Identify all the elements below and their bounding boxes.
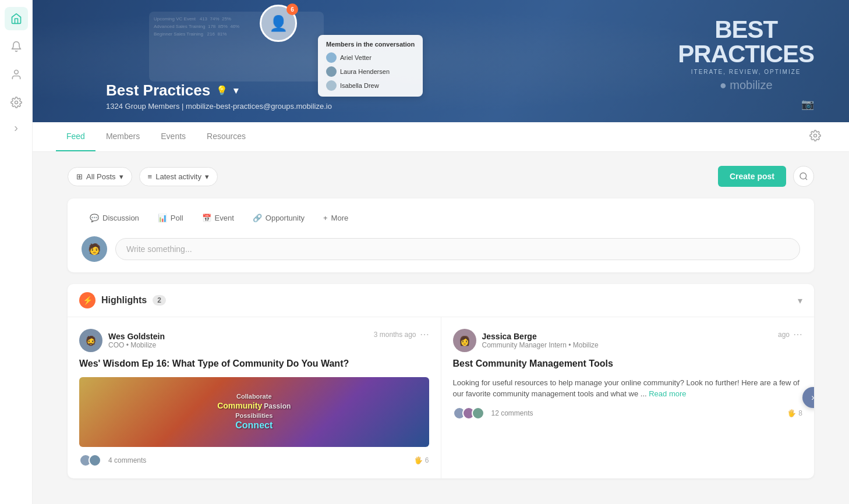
latest-activity-label: Latest activity — [155, 172, 201, 181]
nav-tabs-left: Feed Members Events Resources — [56, 122, 256, 151]
chevron-down-icon: ▾ — [205, 172, 209, 181]
card-1-menu[interactable]: ⋯ — [420, 329, 429, 340]
svg-point-3 — [800, 173, 806, 179]
tab-feed[interactable]: Feed — [56, 122, 95, 151]
highlight-card-1: 🧔 Wes Goldstein COO • Mobilize 3 months … — [68, 317, 441, 478]
svg-point-1 — [15, 101, 17, 104]
lightbulb-icon: 💡 — [216, 85, 228, 96]
post-type-discussion[interactable]: 💬 Discussion — [82, 209, 147, 227]
post-type-opportunity[interactable]: 🔗 Opportunity — [245, 209, 313, 227]
card-2-body-text: Looking for useful resources to help man… — [453, 378, 800, 399]
search-button[interactable] — [793, 166, 814, 187]
card-2-footer: 12 comments 🖐 8 — [453, 407, 803, 420]
card-1-comments: 4 comments — [108, 456, 146, 464]
card-1-footer: 4 comments 🖐 6 — [79, 454, 429, 467]
sidebar-item-people[interactable] — [5, 63, 28, 86]
discussion-label: Discussion — [102, 214, 139, 222]
card-2-likes: 🖐 8 — [787, 409, 802, 417]
tab-resources[interactable]: Resources — [196, 122, 256, 151]
sidebar: › — [0, 0, 33, 504]
card-2-user-info: Jessica Berge Community Manager Intern •… — [482, 332, 599, 349]
card-2-mini-avatars — [453, 407, 484, 420]
card-1-author: Wes Goldstein — [108, 332, 165, 341]
discussion-icon: 💬 — [90, 214, 99, 222]
opportunity-icon: 🔗 — [253, 214, 262, 222]
filter-right: Create post — [718, 166, 814, 187]
filter-bar: ⊞ All Posts ▾ ≡ Latest activity ▾ Create… — [68, 166, 814, 187]
filter-left: ⊞ All Posts ▾ ≡ Latest activity ▾ — [68, 167, 218, 186]
sidebar-item-settings[interactable] — [5, 91, 28, 114]
card-2-body: Looking for useful resources to help man… — [453, 377, 803, 400]
card-2-avatar: 👩 — [453, 329, 476, 352]
list-icon: ≡ — [148, 172, 153, 181]
svg-point-0 — [14, 70, 18, 74]
highlight-cards-row: 🧔 Wes Goldstein COO • Mobilize 3 months … — [68, 317, 814, 478]
card-1-header: 🧔 Wes Goldstein COO • Mobilize 3 months … — [79, 329, 429, 352]
sidebar-item-notifications[interactable] — [5, 35, 28, 58]
banner-subtitle: 1324 Group Members | mobilize-best-pract… — [106, 102, 826, 111]
all-posts-label: All Posts — [86, 172, 116, 181]
post-input[interactable]: Write something... — [115, 238, 800, 260]
all-posts-filter[interactable]: ⊞ All Posts ▾ — [68, 167, 132, 186]
card-1-role: COO • Mobilize — [108, 341, 165, 349]
card-2-title: Best Community Management Tools — [453, 358, 803, 370]
card-2-header: 👩 Jessica Berge Community Manager Intern… — [453, 329, 803, 352]
card-1-meta: 3 months ago ⋯ — [374, 329, 429, 340]
highlights-left: ⚡ Highlights 2 — [79, 292, 166, 308]
avatar-icon: 🧑 — [88, 243, 101, 255]
composer-avatar: 🧑 — [82, 236, 107, 262]
main-content: Upcoming VC Event 413 74% 25% Advanced S… — [33, 0, 849, 504]
settings-icon[interactable] — [805, 125, 826, 149]
card-1-likes: 🖐 6 — [414, 456, 429, 464]
post-type-more[interactable]: + More — [315, 209, 356, 227]
feed-area: ⊞ All Posts ▾ ≡ Latest activity ▾ Create… — [33, 152, 849, 504]
hand-icon-2: 🖐 — [787, 409, 796, 417]
poll-label: Poll — [171, 214, 183, 222]
event-icon: 📅 — [202, 214, 211, 222]
tab-events[interactable]: Events — [150, 122, 196, 151]
cursor-indicator: › — [14, 121, 18, 134]
card-2-comments: 12 comments — [491, 409, 533, 417]
card-2-role: Community Manager Intern • Mobilize — [482, 341, 599, 349]
group-banner: Upcoming VC Event 413 74% 25% Advanced S… — [33, 0, 849, 122]
group-name: Best Practices — [106, 81, 210, 100]
card-1-image: Collaborate Community Passion Possibilit… — [79, 377, 429, 447]
tab-members[interactable]: Members — [95, 122, 150, 151]
card-2-menu[interactable]: ⋯ — [793, 329, 802, 340]
card-1-user-info: Wes Goldstein COO • Mobilize — [108, 332, 165, 349]
more-label: More — [331, 214, 349, 222]
poll-icon: 📊 — [158, 214, 167, 222]
post-type-event[interactable]: 📅 Event — [194, 209, 242, 227]
banner-info: Best Practices 💡 ▾ 1324 Group Members | … — [106, 81, 826, 111]
highlights-title: Highlights — [101, 295, 147, 306]
latest-activity-filter[interactable]: ≡ Latest activity ▾ — [139, 167, 218, 186]
sidebar-item-home[interactable] — [5, 7, 28, 30]
create-post-button[interactable]: Create post — [718, 166, 786, 187]
card-1-mini-avatars — [79, 454, 101, 467]
nav-tabs: Feed Members Events Resources — [33, 122, 849, 152]
lightning-icon: ⚡ — [79, 292, 95, 308]
svg-point-2 — [814, 134, 817, 137]
highlights-header: ⚡ Highlights 2 ▾ — [68, 284, 814, 317]
card-2-read-more[interactable]: Read more — [649, 389, 686, 398]
card-1-time: 3 months ago — [374, 331, 416, 339]
card-1-like-count: 6 — [425, 456, 429, 464]
hand-icon: 🖐 — [414, 456, 423, 464]
collapse-button[interactable]: ▾ — [798, 295, 802, 306]
grid-icon: ⊞ — [76, 172, 83, 181]
chevron-down-icon: ▾ — [119, 172, 123, 181]
highlight-cards-container: 🧔 Wes Goldstein COO • Mobilize 3 months … — [68, 317, 814, 478]
banner-info-area: Best Practices 💡 ▾ 1324 Group Members | … — [33, 0, 849, 122]
card-2-user: 👩 Jessica Berge Community Manager Intern… — [453, 329, 599, 352]
card-1-title: Wes' Wisdom Ep 16: What Type of Communit… — [79, 358, 429, 370]
card-1-avatar: 🧔 — [79, 329, 102, 352]
svg-line-4 — [805, 178, 807, 180]
mini-avatar-2 — [89, 454, 101, 467]
post-composer: 💬 Discussion 📊 Poll 📅 Event 🔗 Opportunit… — [68, 198, 814, 272]
highlights-section: ⚡ Highlights 2 ▾ 🧔 — [68, 284, 814, 478]
opportunity-label: Opportunity — [266, 214, 305, 222]
card-1-user: 🧔 Wes Goldstein COO • Mobilize — [79, 329, 165, 352]
card-2-time: ago — [778, 331, 790, 339]
post-type-poll[interactable]: 📊 Poll — [150, 209, 192, 227]
chevron-down-icon[interactable]: ▾ — [234, 85, 238, 96]
